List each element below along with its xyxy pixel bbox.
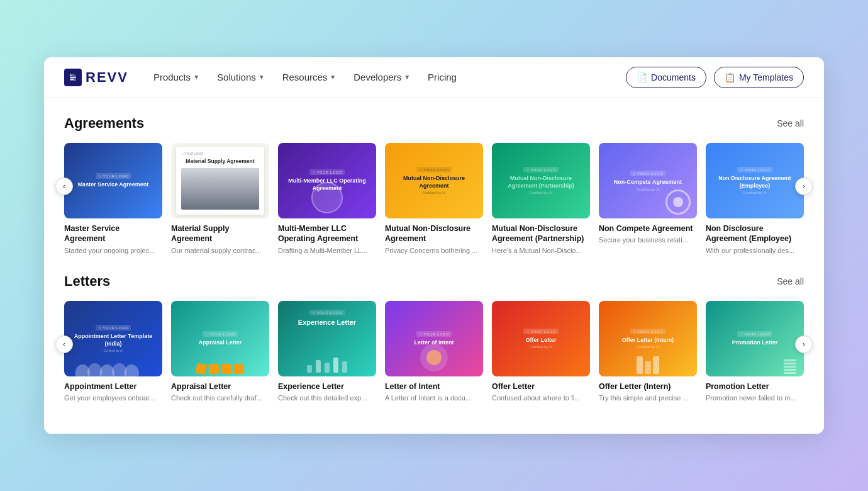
card-title-experience-letter: Experience Letter	[278, 381, 376, 392]
chevron-down-icon: ▼	[330, 74, 336, 81]
card-letter-of-intent[interactable]: ☆ YOUR LOGO Letter of Intent Letter of I…	[385, 301, 483, 404]
card-material-supply[interactable]: ☆ YOUR LOGO Material Supply Agreement Ma…	[171, 143, 269, 256]
card-image-offer-letter: ☆ YOUR LOGO Offer Letter Certified by AI	[492, 301, 590, 376]
card-desc-mutual-nda-partnership: Here's a Mutual Non-Disclo...	[492, 246, 590, 256]
card-image-appraisal-letter: ☆ YOUR LOGO Appraisal Letter	[171, 301, 269, 376]
letters-carousel: ‹ ☆ YOUR LOGO Appointment Letter Templat…	[64, 301, 804, 404]
your-logo-badge: ☆ YOUR LOGO	[309, 169, 345, 175]
agreements-section-header: Agreements See all	[64, 115, 804, 132]
card-image-experience-letter: ☆ YOUR LOGO Experience Letter	[278, 301, 376, 376]
card-offer-letter[interactable]: ☆ YOUR LOGO Offer Letter Certified by AI…	[492, 301, 590, 404]
agreements-see-all[interactable]: See all	[777, 118, 804, 128]
card-image-material-supply: ☆ YOUR LOGO Material Supply Agreement	[171, 143, 269, 218]
your-logo-badge: ☆ YOUR LOGO	[416, 167, 452, 172]
card-desc-appointment-letter: Get your employees onboar...	[64, 393, 162, 403]
card-promotion-letter[interactable]: ☆ YOUR LOGO Promotion Letter Promotion L…	[706, 301, 804, 404]
your-logo-badge: ☆ YOUR LOGO	[630, 171, 665, 176]
card-title-nda-employee: Non Disclosure Agreement (Employee)	[706, 223, 804, 244]
card-title-mutual-nda: Mutual Non-Disclosure Agreement	[385, 223, 483, 244]
nav-developers[interactable]: Developers ▼	[353, 72, 410, 82]
card-desc-non-compete: Secure your business relati...	[599, 235, 697, 245]
card-title-appointment-letter: Appointment Letter	[64, 381, 162, 392]
document-icon: 📄	[637, 72, 647, 82]
card-desc-mutual-nda: Privacy Concerns bothering ...	[385, 246, 483, 256]
card-title-multi-member-llc: Multi-Member LLC Operating Agreement	[278, 223, 376, 244]
chevron-down-icon: ▼	[193, 74, 199, 81]
card-desc-master-service: Started your ongoing projec...	[64, 246, 162, 256]
card-offer-letter-intern[interactable]: ☆ YOUR LOGO Offer Letter (Intern) Certif…	[599, 301, 697, 404]
svg-point-4	[125, 364, 139, 376]
card-image-offer-letter-intern: ☆ YOUR LOGO Offer Letter (Intern) Certif…	[599, 301, 697, 376]
letters-section-header: Letters See all	[64, 273, 804, 290]
chevron-down-icon: ▼	[404, 74, 410, 81]
card-mutual-nda-partnership[interactable]: ☆ YOUR LOGO Mutual Non-Disclosure Agreem…	[492, 143, 590, 256]
card-image-nda-employee: ☆ YOUR LOGO Non Disclosure Agreement (Em…	[706, 143, 804, 218]
template-icon: 📋	[725, 72, 735, 82]
documents-button[interactable]: 📄 Documents	[626, 67, 706, 88]
nav-pricing[interactable]: Pricing	[428, 72, 457, 82]
letters-see-all[interactable]: See all	[777, 276, 804, 286]
your-logo-badge: ☆ YOUR LOGO	[737, 167, 772, 172]
content-area: Agreements See all ‹ ☆ YOUR LOGO Master …	[44, 98, 824, 434]
card-appointment-letter[interactable]: ☆ YOUR LOGO Appointment Letter Template …	[64, 301, 162, 404]
nav-actions: 📄 Documents 📋 My Templates	[626, 67, 804, 88]
card-multi-member-llc[interactable]: ☆ YOUR LOGO Multi-Member LLC Operating A…	[278, 143, 376, 256]
card-desc-material-supply: Our material supply contrac...	[171, 246, 269, 256]
agreements-cards-row: ☆ YOUR LOGO Master Service Agreement Mas…	[64, 143, 804, 256]
card-title-non-compete: Non Compete Agreement	[599, 223, 697, 234]
card-non-compete[interactable]: ☆ YOUR LOGO Non-Compete Agreement Certif…	[599, 143, 697, 256]
navbar: REVV Products ▼ Solutions ▼ Resources ▼ …	[44, 57, 824, 98]
letters-prev-button[interactable]: ‹	[55, 336, 73, 353]
card-image-master-service: ☆ YOUR LOGO Master Service Agreement	[64, 143, 162, 218]
nav-solutions[interactable]: Solutions ▼	[217, 72, 265, 82]
card-desc-offer-letter-intern: Try this simple and precise ...	[599, 393, 697, 403]
logo-text: REVV	[86, 69, 128, 86]
agreements-title: Agreements	[64, 115, 144, 132]
my-templates-button[interactable]: 📋 My Templates	[714, 67, 804, 88]
nav-products[interactable]: Products ▼	[153, 72, 199, 82]
nav-links: Products ▼ Solutions ▼ Resources ▼ Devel…	[153, 72, 626, 82]
card-appraisal-letter[interactable]: ☆ YOUR LOGO Appraisal Letter Appraisal L…	[171, 301, 269, 404]
your-logo-badge: ☆ YOUR LOGO	[96, 173, 131, 179]
letters-title: Letters	[64, 273, 110, 290]
card-title-promotion-letter: Promotion Letter	[706, 381, 804, 392]
card-image-promotion-letter: ☆ YOUR LOGO Promotion Letter	[706, 301, 804, 376]
card-title-material-supply: Material Supply Agreement	[171, 223, 269, 244]
main-container: REVV Products ▼ Solutions ▼ Resources ▼ …	[44, 57, 824, 434]
chevron-down-icon: ▼	[259, 74, 265, 81]
card-title-appraisal-letter: Appraisal Letter	[171, 381, 269, 392]
nav-resources[interactable]: Resources ▼	[282, 72, 337, 82]
card-title-master-service: Master Service Agreement	[64, 223, 162, 244]
card-image-appointment-letter: ☆ YOUR LOGO Appointment Letter Template …	[64, 301, 162, 376]
card-image-non-compete: ☆ YOUR LOGO Non-Compete Agreement Certif…	[599, 143, 697, 218]
card-title-mutual-nda-partnership: Mutual Non-Disclosure Agreement (Partner…	[492, 223, 590, 244]
card-nda-employee[interactable]: ☆ YOUR LOGO Non Disclosure Agreement (Em…	[706, 143, 804, 256]
agreements-carousel: ‹ ☆ YOUR LOGO Master Service Agreement M…	[64, 143, 804, 256]
card-image-mutual-nda: ☆ YOUR LOGO Mutual Non-Disclosure Agreem…	[385, 143, 483, 218]
card-master-service[interactable]: ☆ YOUR LOGO Master Service Agreement Mas…	[64, 143, 162, 256]
card-desc-appraisal-letter: Check out this carefully draf...	[171, 393, 269, 403]
card-experience-letter[interactable]: ☆ YOUR LOGO Experience Letter Experience…	[278, 301, 376, 404]
card-desc-offer-letter: Confused about where to fi...	[492, 393, 590, 403]
letters-cards-row: ☆ YOUR LOGO Appointment Letter Template …	[64, 301, 804, 404]
card-title-offer-letter-intern: Offer Letter (Intern)	[599, 381, 697, 392]
card-title-letter-of-intent: Letter of Intent	[385, 381, 483, 392]
logo-icon	[64, 69, 82, 86]
card-desc-multi-member-llc: Drafting a Multi-Member LL...	[278, 246, 376, 256]
card-title-offer-letter: Offer Letter	[492, 381, 590, 392]
letters-next-button[interactable]: ›	[795, 336, 813, 353]
card-desc-letter-of-intent: A Letter of Intent is a docu...	[385, 393, 483, 403]
card-desc-experience-letter: Check out this detailed exp...	[278, 393, 376, 403]
your-logo-badge: ☆ YOUR LOGO	[523, 167, 559, 172]
agreements-next-button[interactable]: ›	[795, 178, 813, 195]
card-image-multi-member-llc: ☆ YOUR LOGO Multi-Member LLC Operating A…	[278, 143, 376, 218]
card-image-mutual-nda-partnership: ☆ YOUR LOGO Mutual Non-Disclosure Agreem…	[492, 143, 590, 218]
card-desc-promotion-letter: Promotion never failed to m...	[706, 393, 804, 403]
logo[interactable]: REVV	[64, 69, 128, 86]
card-mutual-nda[interactable]: ☆ YOUR LOGO Mutual Non-Disclosure Agreem…	[385, 143, 483, 256]
card-desc-nda-employee: With our professionally des...	[706, 246, 804, 256]
card-image-letter-of-intent: ☆ YOUR LOGO Letter of Intent	[385, 301, 483, 376]
